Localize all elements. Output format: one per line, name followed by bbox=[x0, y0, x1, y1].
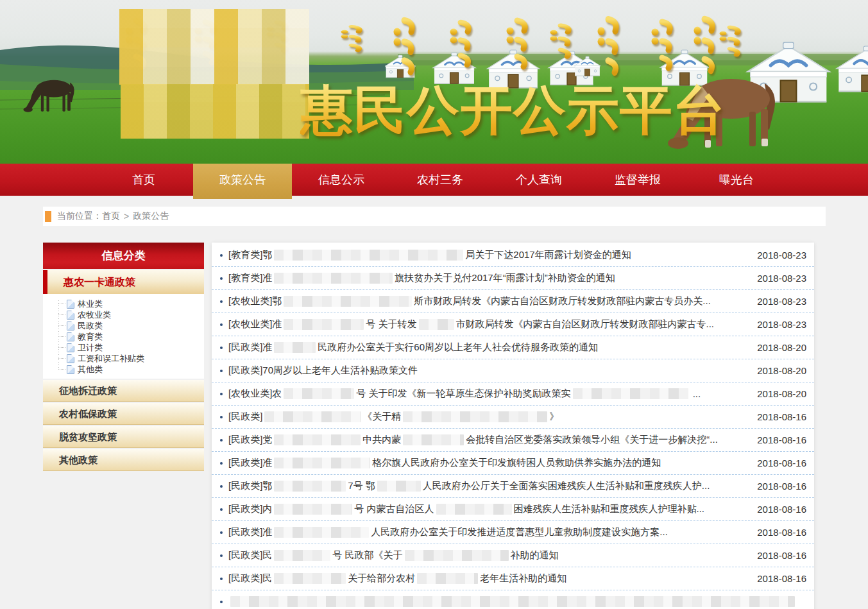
policy-list-item[interactable]: [民政类]《关于精》2018-08-16 bbox=[212, 406, 814, 429]
redacted-text bbox=[573, 388, 688, 399]
breadcrumb-home-link[interactable]: 首页 bbox=[102, 210, 120, 222]
title-text: 人民政府办公厅关于全面落实困难残疾人生活补贴和重度残疾人护... bbox=[423, 480, 710, 492]
policy-list-item[interactable]: [民政类]70周岁以上老年人生活补贴政策文件2018-08-20 bbox=[212, 359, 814, 382]
bullet-icon bbox=[220, 277, 223, 280]
document-icon bbox=[67, 322, 74, 330]
title-text: 《关于精 bbox=[362, 411, 401, 423]
item-date: 2018-08-23 bbox=[757, 273, 806, 284]
content-area: 信息分类 惠农一卡通政策 林业类农牧业类民政类教育类卫计类工资和误工补贴类其他类… bbox=[43, 243, 826, 609]
redacted-text bbox=[264, 411, 361, 422]
title-text: 斯市财政局转发《内蒙古自治区财政厅转发财政部驻内蒙古专员办关... bbox=[414, 295, 711, 307]
redacted-text bbox=[417, 573, 478, 584]
policy-list-item[interactable]: [民政类]民关于给部分农村老年生活补助的通知2018-08-16 bbox=[212, 567, 814, 590]
title-text: [民政类] bbox=[228, 411, 262, 423]
title-text: [民政类]准 bbox=[228, 457, 272, 469]
policy-list-item[interactable]: [农牧业类]准号 关于转发市财政局转发《内蒙古自治区财政厅转发财政部驻内蒙古专.… bbox=[212, 313, 814, 336]
title-text: 中共内蒙 bbox=[362, 434, 401, 446]
redacted-text bbox=[405, 550, 509, 561]
sidebar-tree-item-health-family-planning[interactable]: 卫计类 bbox=[58, 342, 204, 353]
title-text: 号 内蒙古自治区人 bbox=[354, 503, 434, 515]
policy-list-item[interactable]: [民政类]准民政府办公室关于实行60周岁以上老年人社会优待服务政策的通知2018… bbox=[212, 336, 814, 359]
breadcrumb-current: 政策公告 bbox=[133, 210, 169, 222]
title-text: [农牧业类]农 bbox=[228, 388, 282, 400]
tree-connector bbox=[58, 369, 65, 370]
item-title bbox=[228, 596, 799, 607]
policy-list-item[interactable]: [民政类]党中共内蒙会批转自治区党委落实政策领导小组《关于进一步解决挖“...2… bbox=[212, 429, 814, 452]
sidebar-tree-item-agriculture-husbandry[interactable]: 农牧业类 bbox=[58, 309, 204, 320]
sidebar-tree-item-wages-compensation[interactable]: 工资和误工补贴类 bbox=[58, 353, 204, 364]
redacted-text bbox=[403, 411, 547, 422]
title-text: [民政类]鄂 bbox=[228, 480, 272, 492]
nav-item-exposure-platform[interactable]: 曝光台 bbox=[687, 164, 786, 196]
item-title: [民政类]准民政府办公室关于实行60周岁以上老年人社会优待服务政策的通知 bbox=[228, 341, 749, 354]
item-date: 2018-08-16 bbox=[757, 434, 806, 445]
redacted-text bbox=[274, 573, 346, 584]
nav-item-home[interactable]: 首页 bbox=[94, 164, 193, 196]
policy-list: [教育类]鄂局关于下达2017年雨露计划资金的通知2018-08-23[教育类]… bbox=[212, 243, 814, 609]
item-title: [民政类]内号 内蒙古自治区人困难残疾人生活补贴和重度残疾人护理补贴... bbox=[228, 503, 749, 515]
nav-item-policy-notice[interactable]: 政策公告 bbox=[193, 164, 292, 199]
sidebar-header: 信息分类 bbox=[43, 243, 204, 269]
title-text: [教育类]鄂 bbox=[228, 249, 272, 261]
title-text: 局关于下达2017年雨露计划资金的通知 bbox=[465, 249, 631, 261]
title-text: [农牧业类]鄂 bbox=[228, 295, 282, 307]
title-text: 人民政府办公室关于印发推进适度普惠型儿童救助制度建设实施方案... bbox=[371, 526, 668, 538]
policy-list-item[interactable]: [农牧业类]农号 关于印发《新一轮草原生态保护补助奖励政策实 ...2018-0… bbox=[212, 382, 814, 406]
nav-item-personal-inquiry[interactable]: 个人查询 bbox=[489, 164, 588, 196]
item-date: 2018-08-16 bbox=[757, 411, 806, 422]
policy-list-item[interactable]: [民政类]民号 民政部《关于补助的通知2018-08-16 bbox=[212, 544, 814, 567]
sidebar-section-huinong-card-policy[interactable]: 惠农一卡通政策 bbox=[43, 270, 204, 294]
document-icon bbox=[67, 365, 74, 374]
item-title: [教育类]鄂局关于下达2017年雨露计划资金的通知 bbox=[228, 249, 749, 261]
bullet-icon bbox=[220, 393, 223, 395]
policy-list-item[interactable]: [农牧业类]鄂斯市财政局转发《内蒙古自治区财政厅转发财政部驻内蒙古专员办关...… bbox=[212, 290, 814, 313]
redacted-text bbox=[274, 434, 361, 445]
document-icon bbox=[67, 332, 74, 341]
item-date: 2018-08-20 bbox=[757, 365, 806, 376]
sidebar-section-land-acquisition-policy[interactable]: 征地拆迁政策 bbox=[43, 380, 204, 402]
policy-list-item[interactable]: [民政类]准格尔旗人民政府办公室关于印发旗特困人员救助供养实施办法的通知2018… bbox=[212, 452, 814, 475]
nav-item-rural-three-affairs[interactable]: 农村三务 bbox=[391, 164, 489, 196]
main-nav: 首页政策公告信息公示农村三务个人查询监督举报曝光台 bbox=[0, 164, 868, 196]
title-text: 关于给部分农村 bbox=[348, 572, 415, 585]
bullet-icon bbox=[220, 601, 223, 603]
sidebar-tree-item-forestry[interactable]: 林业类 bbox=[58, 298, 204, 309]
item-title: [农牧业类]准号 关于转发市财政局转发《内蒙古自治区财政厅转发财政部驻内蒙古专.… bbox=[228, 318, 749, 330]
policy-list-item[interactable] bbox=[212, 590, 814, 609]
title-text: 7号 鄂 bbox=[348, 480, 375, 492]
site-title: 惠民公开公示平台 bbox=[300, 78, 726, 142]
tree-item-label: 工资和误工补贴类 bbox=[78, 353, 144, 365]
policy-list-item[interactable]: [教育类]鄂局关于下达2017年雨露计划资金的通知2018-08-23 bbox=[212, 244, 814, 267]
document-icon bbox=[67, 343, 74, 352]
bullet-icon bbox=[220, 416, 223, 418]
item-title: [民政类]《关于精》 bbox=[228, 411, 749, 423]
redacted-text bbox=[436, 504, 512, 515]
nav-item-supervision-report[interactable]: 监督举报 bbox=[588, 164, 687, 196]
sidebar-tree-item-education[interactable]: 教育类 bbox=[58, 331, 204, 342]
policy-list-item[interactable]: [民政类]鄂7号 鄂人民政府办公厅关于全面落实困难残疾人生活补贴和重度残疾人护.… bbox=[212, 475, 814, 498]
policy-list-item[interactable]: [民政类]准人民政府办公室关于印发推进适度普惠型儿童救助制度建设实施方案...2… bbox=[212, 521, 814, 544]
document-icon bbox=[67, 311, 74, 320]
sidebar-section-other-policy[interactable]: 其他政策 bbox=[43, 449, 204, 471]
policy-list-item[interactable]: [教育类]准旗扶贫办关于兑付2017年“雨露计划”补助资金的通知2018-08-… bbox=[212, 267, 814, 290]
item-date: 2018-08-23 bbox=[757, 296, 806, 307]
bullet-icon bbox=[220, 370, 223, 372]
bullet-icon bbox=[220, 323, 223, 326]
sidebar-tree-item-others[interactable]: 其他类 bbox=[58, 364, 204, 375]
bullet-icon bbox=[220, 347, 223, 349]
policy-list-item[interactable]: [民政类]内号 内蒙古自治区人困难残疾人生活补贴和重度残疾人护理补贴...201… bbox=[212, 498, 814, 521]
redacted-text bbox=[284, 319, 364, 330]
sidebar-tree-item-civil-affairs[interactable]: 民政类 bbox=[58, 320, 204, 331]
item-date: 2018-08-16 bbox=[757, 573, 806, 584]
sidebar-section-poverty-alleviation-policy[interactable]: 脱贫攻坚政策 bbox=[43, 426, 204, 448]
redacted-text bbox=[419, 319, 454, 330]
title-text: 》 bbox=[549, 411, 559, 423]
redacted-text bbox=[274, 458, 370, 468]
item-title: [民政类]民关于给部分农村老年生活补助的通知 bbox=[228, 572, 749, 585]
nav-item-info-disclosure[interactable]: 信息公示 bbox=[292, 164, 391, 196]
tree-connector bbox=[58, 358, 65, 359]
item-title: [教育类]准旗扶贫办关于兑付2017年“雨露计划”补助资金的通知 bbox=[228, 272, 749, 284]
breadcrumb: 当前位置： 首页 > 政策公告 bbox=[43, 207, 826, 226]
sidebar-tree: 林业类农牧业类民政类教育类卫计类工资和误工补贴类其他类 bbox=[43, 294, 204, 379]
sidebar-section-rural-subsistence-policy[interactable]: 农村低保政策 bbox=[43, 403, 204, 425]
